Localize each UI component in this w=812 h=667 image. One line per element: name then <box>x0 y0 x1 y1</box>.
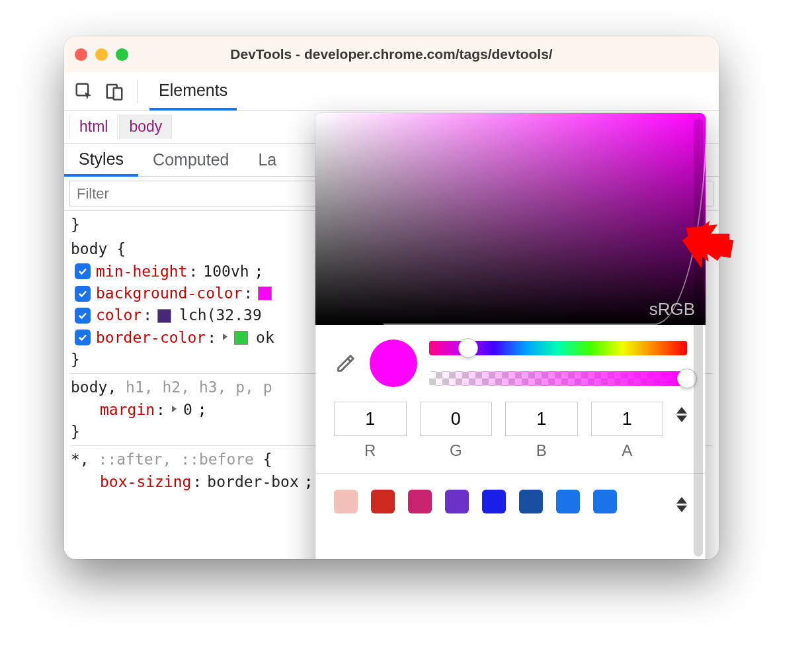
property-name: border-color <box>96 327 206 349</box>
color-component-inputs: R G B A <box>315 395 706 464</box>
g-input[interactable] <box>420 402 493 436</box>
selector-rest[interactable]: h1, h2, h3, p, p <box>126 378 272 396</box>
component-r: R <box>334 402 407 460</box>
property-name: background-color <box>96 283 243 304</box>
format-stepper[interactable] <box>676 402 687 422</box>
open-brace: { <box>116 240 126 257</box>
a-input[interactable] <box>591 402 664 436</box>
palette-swatch[interactable] <box>334 490 358 513</box>
property-name: min-height <box>96 261 187 283</box>
subtab-styles[interactable]: Styles <box>64 144 138 177</box>
chevron-up-icon[interactable] <box>676 497 687 504</box>
property-value: border-box <box>207 471 298 493</box>
property-value: 0 <box>183 399 192 421</box>
selector-body[interactable]: body, <box>71 378 116 396</box>
gamut-boundary-line <box>384 113 706 325</box>
gamut-label: sRGB <box>649 299 695 320</box>
annotation-arrow-icon <box>676 212 735 271</box>
expand-icon[interactable] <box>172 406 177 412</box>
subtab-computed[interactable]: Computed <box>138 144 243 176</box>
palette-swatch[interactable] <box>519 490 543 513</box>
breadcrumb-body[interactable]: body <box>119 114 172 139</box>
palette-row <box>315 473 706 520</box>
component-b: B <box>505 402 578 460</box>
current-color-preview <box>370 339 417 387</box>
r-label: R <box>334 441 407 460</box>
close-window-button[interactable] <box>75 48 87 61</box>
color-swatch[interactable] <box>234 331 248 345</box>
alpha-slider[interactable] <box>429 371 687 386</box>
window-controls <box>75 48 128 61</box>
chevron-down-icon[interactable] <box>676 506 687 512</box>
subtab-layout[interactable]: La <box>243 144 291 176</box>
palette-swatch[interactable] <box>482 490 506 513</box>
picker-controls <box>315 325 706 395</box>
window-title: DevTools - developer.chrome.com/tags/dev… <box>64 46 719 62</box>
breadcrumb-html[interactable]: html <box>69 114 118 139</box>
property-value: 100vh <box>203 261 249 283</box>
b-label: B <box>505 441 578 460</box>
devtools-content: Elements html body Styles Computed La } … <box>64 72 719 559</box>
eyedropper-icon[interactable] <box>334 351 358 375</box>
palette-swatch[interactable] <box>371 490 395 513</box>
component-g: G <box>420 402 493 460</box>
checkbox-enabled[interactable] <box>75 286 91 302</box>
property-value: lch(32.39 <box>179 304 262 326</box>
chevron-up-icon[interactable] <box>676 407 687 414</box>
devtools-window: DevTools - developer.chrome.com/tags/dev… <box>64 36 719 559</box>
palette-swatch[interactable] <box>556 490 580 513</box>
palette-swatch[interactable] <box>408 490 432 513</box>
selector-rest[interactable]: ::after, ::before <box>99 451 254 468</box>
expand-icon[interactable] <box>223 334 227 340</box>
minimize-window-button[interactable] <box>95 48 108 61</box>
svg-rect-2 <box>114 88 122 100</box>
main-toolbar: Elements <box>64 72 719 111</box>
checkbox-enabled[interactable] <box>75 330 91 345</box>
device-toggle-icon[interactable] <box>104 81 125 102</box>
titlebar: DevTools - developer.chrome.com/tags/dev… <box>64 36 719 72</box>
property-name: color <box>96 304 142 326</box>
checkbox-enabled[interactable] <box>75 308 91 324</box>
picker-sliders <box>429 341 687 386</box>
a-label: A <box>591 441 664 460</box>
chevron-down-icon[interactable] <box>676 416 687 422</box>
open-brace: { <box>263 451 272 468</box>
property-name: box-sizing <box>100 471 191 493</box>
selector-star[interactable]: *, <box>71 451 89 468</box>
color-picker: sRGB <box>315 113 706 559</box>
property-value: ok <box>256 327 274 349</box>
r-input[interactable] <box>334 402 407 436</box>
property-name: margin <box>100 399 155 421</box>
maximize-window-button[interactable] <box>116 48 128 61</box>
svg-marker-3 <box>678 217 735 271</box>
b-input[interactable] <box>505 402 578 436</box>
palette-swatch[interactable] <box>445 490 469 513</box>
color-swatch[interactable] <box>157 309 171 323</box>
palette-stepper[interactable] <box>676 492 687 512</box>
scrollbar[interactable] <box>694 118 703 556</box>
color-spectrum[interactable]: sRGB <box>315 113 706 325</box>
g-label: G <box>420 441 493 460</box>
selector-body[interactable]: body <box>71 240 107 257</box>
inspect-element-icon[interactable] <box>73 81 95 102</box>
color-swatch[interactable] <box>258 287 272 300</box>
divider <box>137 79 138 103</box>
palette-swatch[interactable] <box>593 490 617 513</box>
component-a: A <box>591 402 664 460</box>
checkbox-enabled[interactable] <box>75 263 91 279</box>
hue-thumb[interactable] <box>458 338 478 358</box>
hue-slider[interactable] <box>429 341 687 355</box>
tab-elements[interactable]: Elements <box>149 73 237 111</box>
